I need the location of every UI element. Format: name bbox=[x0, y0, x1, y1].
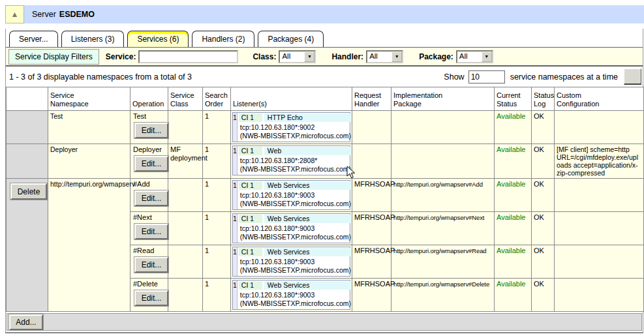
service-class-cell bbox=[168, 279, 203, 312]
paging-button[interactable] bbox=[624, 68, 641, 85]
tab-services-label: Services (6) bbox=[137, 35, 179, 44]
col-header-implementation-package: Implementation Package bbox=[391, 87, 495, 111]
listener-host: (NWB-MBISSETXP.microfocus.com) bbox=[240, 299, 351, 308]
listener-host: (NWB-MBISSETXP.microfocus.com) bbox=[240, 266, 351, 275]
listener-cell: 1 CI 1 Web Services tcp:10.120.63.180*:9… bbox=[231, 245, 352, 279]
custom-configuration-cell: [MF client] scheme=http URL=/cgi/mfdeplo… bbox=[555, 144, 644, 179]
col-header-status-log: Status Log bbox=[532, 87, 555, 111]
listener-host: (NWB-MBISSETXP.microfocus.com) bbox=[240, 132, 351, 140]
operation-cell: Deployer Edit... bbox=[130, 144, 168, 179]
listener-box: 1 CI 1 HTTP Echo tcp:10.120.63.180*:9002… bbox=[232, 112, 350, 142]
add-button[interactable]: Add... bbox=[9, 314, 43, 330]
tab-listeners[interactable]: Listeners (3) bbox=[61, 31, 125, 47]
edit-button[interactable]: Edit... bbox=[134, 190, 168, 206]
tab-server[interactable]: Server... bbox=[9, 31, 58, 47]
listener-cell: 1 CI 1 Web Services tcp:10.120.63.180*:9… bbox=[231, 212, 352, 245]
tab-packages-label: Packages (4) bbox=[268, 35, 314, 44]
search-order-cell: 1 bbox=[203, 179, 231, 212]
service-namespace-cell: Test bbox=[48, 111, 130, 144]
listener-number: 1 bbox=[233, 113, 238, 142]
delete-button[interactable]: Delete bbox=[10, 183, 47, 200]
package-filter-value: All bbox=[457, 52, 482, 62]
operation-name: Test bbox=[132, 112, 166, 121]
listener-name: HTTP Echo bbox=[264, 114, 351, 122]
current-status-cell: Available bbox=[495, 245, 532, 279]
edit-button[interactable]: Edit... bbox=[134, 290, 168, 306]
chevron-down-icon[interactable]: ▼ bbox=[482, 52, 492, 62]
col-header-current-status: Current Status bbox=[495, 87, 532, 111]
namespace-count-summary: 1 - 3 of 3 displayable namespaces from a… bbox=[9, 72, 192, 82]
implementation-package-cell: http://tempuri.org/wmapserv#Next bbox=[391, 212, 495, 245]
listener-ci: CI 1 bbox=[239, 215, 262, 223]
table-header-row: Service Namespace Operation Service Clas… bbox=[7, 87, 644, 111]
listener-host: (NWB-MBISSETXP.microfocus.com) bbox=[240, 233, 351, 241]
listener-number: 1 bbox=[233, 281, 238, 309]
class-filter-select[interactable]: All ▼ bbox=[279, 50, 316, 63]
table-row: Test Test Edit... 1 1 CI 1 HTTP Echo bbox=[7, 111, 644, 144]
service-filter-input[interactable] bbox=[138, 50, 238, 63]
listener-cell: 1 CI 1 Web Services tcp:10.120.63.180*:9… bbox=[231, 279, 352, 312]
service-class-cell bbox=[168, 111, 203, 144]
listener-number: 1 bbox=[233, 181, 238, 209]
implementation-package-cell: http://tempuri.org/wmapserv#Delete bbox=[391, 279, 495, 312]
listener-name: Web bbox=[264, 147, 351, 155]
implementation-package-cell: http://tempuri.org/wmapserv#Read bbox=[391, 245, 495, 279]
collapse-button[interactable]: ▲ bbox=[5, 5, 24, 23]
status-log-cell: OK bbox=[532, 111, 555, 144]
show-label: Show bbox=[444, 72, 464, 82]
listener-ci: CI 1 bbox=[239, 181, 262, 190]
edit-button[interactable]: Edit... bbox=[134, 123, 168, 138]
operation-name: #Add bbox=[132, 180, 166, 189]
server-name: ESDEMO bbox=[59, 10, 95, 19]
service-class-cell bbox=[168, 179, 203, 212]
class-filter-value: All bbox=[280, 52, 304, 62]
listener-name: Web Services bbox=[264, 215, 351, 223]
custom-configuration-cell bbox=[555, 279, 644, 312]
handler-filter-select[interactable]: All ▼ bbox=[366, 50, 403, 63]
listener-number: 1 bbox=[233, 214, 238, 243]
paging-bar: 1 - 3 of 3 displayable namespaces from a… bbox=[6, 67, 643, 87]
request-handler-cell bbox=[352, 111, 391, 144]
col-header-service-namespace: Service Namespace bbox=[48, 87, 130, 111]
tab-server-label: Server... bbox=[19, 35, 48, 44]
table-row: Deployer Deployer Edit... MF deployment … bbox=[7, 144, 644, 179]
listener-name: Web Services bbox=[264, 248, 351, 256]
server-title-bar: Server ESDEMO bbox=[24, 5, 644, 23]
class-filter-label: Class: bbox=[253, 52, 276, 61]
tab-bar: Server... Listeners (3) Services (6) Han… bbox=[6, 29, 643, 47]
edit-button[interactable]: Edit... bbox=[134, 156, 168, 172]
show-count-input[interactable] bbox=[468, 70, 505, 84]
col-header-service-class: Service Class bbox=[168, 87, 203, 111]
current-status-cell: Available bbox=[495, 179, 532, 212]
package-filter-select[interactable]: All ▼ bbox=[456, 50, 493, 63]
col-header-custom-configuration: Custom Configuration bbox=[555, 87, 644, 111]
edit-button[interactable]: Edit... bbox=[134, 224, 168, 239]
listener-box: 1 CI 1 Web Services tcp:10.120.63.180*:9… bbox=[232, 180, 350, 210]
server-header: ▲ Server ESDEMO bbox=[5, 5, 644, 23]
edit-button[interactable]: Edit... bbox=[134, 257, 168, 273]
search-order-cell: 1 bbox=[203, 212, 231, 245]
search-order-cell: 1 bbox=[203, 245, 231, 279]
listener-address: tcp:10.120.63.180*:9002 bbox=[240, 123, 351, 132]
package-filter-label: Package: bbox=[419, 52, 453, 61]
service-filter-label: Service: bbox=[106, 52, 136, 61]
listener-number: 1 bbox=[233, 247, 238, 276]
col-header-actions bbox=[7, 87, 48, 111]
operation-name: #Read bbox=[132, 247, 166, 255]
listener-cell: 1 CI 1 HTTP Echo tcp:10.120.63.180*:9002… bbox=[231, 111, 352, 144]
operation-cell: #Delete Edit... bbox=[130, 279, 168, 312]
chevron-down-icon[interactable]: ▼ bbox=[391, 52, 402, 62]
implementation-package-cell bbox=[391, 111, 495, 144]
operation-cell: #Add Edit... bbox=[130, 179, 168, 212]
listener-host: (NWB-MBISSETXP.microfocus.com) bbox=[240, 165, 351, 174]
chevron-down-icon[interactable]: ▼ bbox=[304, 52, 314, 62]
row-actions-cell bbox=[7, 144, 48, 179]
col-header-listeners: Listener(s) bbox=[231, 87, 352, 111]
request-handler-cell: MFRHSOAP bbox=[352, 179, 391, 212]
operation-name: #Delete bbox=[132, 280, 166, 288]
tab-services[interactable]: Services (6) bbox=[127, 31, 189, 47]
operation-name: Deployer bbox=[132, 145, 166, 154]
listener-cell: 1 CI 1 Web tcp:10.120.63.180*:2808* (NWB… bbox=[231, 144, 352, 179]
tab-packages[interactable]: Packages (4) bbox=[258, 31, 324, 47]
tab-handlers[interactable]: Handlers (2) bbox=[192, 31, 254, 47]
